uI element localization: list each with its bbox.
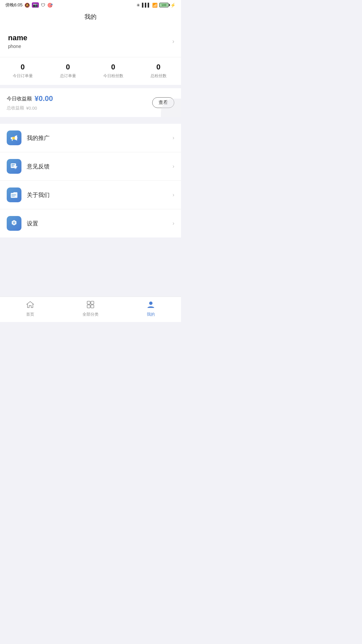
promotion-chevron: ›: [173, 135, 174, 141]
feedback-icon: [7, 159, 21, 174]
svg-rect-16: [91, 301, 94, 304]
tab-home[interactable]: 首页: [0, 300, 60, 317]
home-icon: [26, 300, 35, 310]
stat-total-orders-label: 总订单量: [60, 73, 76, 79]
feedback-chevron: ›: [173, 163, 174, 169]
tab-mine[interactable]: 我的: [121, 300, 181, 317]
promotion-icon: [7, 130, 21, 145]
section-gap-2: [0, 117, 181, 120]
signal-icon: ▌▌▌: [142, 3, 150, 7]
svg-rect-2: [11, 137, 12, 139]
stat-today-orders: 0 今日订单量: [0, 63, 45, 79]
camera-icon: 📷: [32, 2, 39, 8]
profile-phone: phone: [8, 44, 27, 49]
about-chevron: ›: [173, 192, 174, 198]
svg-rect-17: [87, 305, 90, 308]
stat-today-fans-label: 今日粉丝数: [103, 73, 123, 79]
stat-today-fans-value: 0: [111, 63, 115, 71]
stat-total-orders: 0 总订单量: [45, 63, 90, 79]
bottom-spacer: [0, 237, 181, 297]
alarm-icon: 🔕: [24, 3, 30, 8]
feedback-svg: [10, 162, 18, 171]
earnings-section: 今日收益额 ¥0.00 总收益额 ¥0.00 查看: [0, 88, 181, 117]
settings-svg: [10, 219, 18, 228]
menu-item-settings[interactable]: 设置 ›: [0, 209, 181, 237]
feedback-label: 意见反馈: [27, 163, 173, 170]
earnings-today-value: ¥0.00: [35, 94, 53, 103]
stat-today-orders-value: 0: [20, 63, 24, 71]
menu-item-about[interactable]: 关于我们 ›: [0, 181, 181, 209]
stats-section: 0 今日订单量 0 总订单量 0 今日粉丝数 0 总粉丝数: [0, 57, 181, 85]
promotion-svg: [10, 133, 18, 142]
target-icon: 🎯: [47, 3, 53, 8]
svg-rect-7: [11, 166, 14, 166]
menu-section: 我的推广 › 意见反馈 › 关于我: [0, 124, 181, 237]
svg-point-3: [16, 137, 18, 139]
earnings-total-value: ¥0.00: [26, 106, 37, 111]
stat-total-fans-value: 0: [156, 63, 160, 71]
svg-point-19: [149, 302, 153, 305]
about-label: 关于我们: [27, 191, 173, 199]
earnings-total-row: 总收益额 ¥0.00: [7, 105, 174, 111]
earnings-total-label: 总收益额: [7, 105, 24, 111]
stat-today-fans: 0 今日粉丝数: [90, 63, 136, 79]
profile-chevron: ›: [172, 38, 174, 45]
stat-total-fans: 0 总粉丝数: [136, 63, 181, 79]
svg-rect-11: [11, 196, 15, 197]
svg-point-14: [14, 222, 15, 223]
earnings-today-row: 今日收益额 ¥0.00: [7, 94, 174, 103]
categories-icon: [86, 300, 95, 310]
menu-item-promotion[interactable]: 我的推广 ›: [0, 124, 181, 152]
tab-categories[interactable]: 全部分类: [60, 300, 121, 317]
charging-icon: ⚡: [170, 3, 176, 8]
profile-name: name: [8, 34, 27, 42]
promotion-label: 我的推广: [27, 134, 173, 142]
svg-rect-6: [11, 164, 15, 165]
about-svg: [10, 191, 18, 199]
battery-indicator: 100: [159, 3, 169, 7]
status-right: ✳ ▌▌▌ 📶 100 ⚡: [136, 3, 176, 8]
tab-categories-label: 全部分类: [82, 312, 99, 317]
tab-bar: 首页 全部分类 我的: [0, 297, 181, 322]
svg-rect-15: [87, 301, 90, 304]
status-left: 傍晚6:05 🔕 📷 🛡 🎯: [5, 2, 53, 8]
bluetooth-icon: ✳: [136, 3, 140, 8]
earnings-today-label: 今日收益额: [7, 96, 32, 102]
settings-label: 设置: [27, 220, 173, 227]
stat-total-orders-value: 0: [66, 63, 70, 71]
profile-section[interactable]: name phone ›: [0, 25, 181, 57]
profile-info: name phone: [8, 34, 27, 49]
wifi-icon: 📶: [152, 3, 158, 8]
tab-home-label: 首页: [26, 312, 34, 317]
settings-chevron: ›: [173, 220, 174, 226]
page-title: 我的: [0, 9, 181, 25]
status-bar: 傍晚6:05 🔕 📷 🛡 🎯 ✳ ▌▌▌ 📶 100 ⚡: [0, 0, 181, 9]
menu-item-feedback[interactable]: 意见反馈 ›: [0, 152, 181, 181]
svg-rect-10: [11, 195, 16, 195]
tab-mine-label: 我的: [147, 312, 155, 317]
status-time: 傍晚6:05: [5, 2, 22, 8]
about-icon: [7, 187, 21, 202]
svg-rect-4: [12, 139, 13, 141]
settings-icon: [7, 216, 21, 231]
mine-icon: [146, 300, 155, 310]
stat-today-orders-label: 今日订单量: [13, 73, 33, 79]
svg-rect-0: [12, 137, 15, 140]
shield-icon: 🛡: [41, 3, 45, 8]
stat-total-fans-label: 总粉丝数: [150, 73, 167, 79]
svg-rect-18: [91, 305, 94, 308]
section-gap-1: [0, 85, 181, 88]
